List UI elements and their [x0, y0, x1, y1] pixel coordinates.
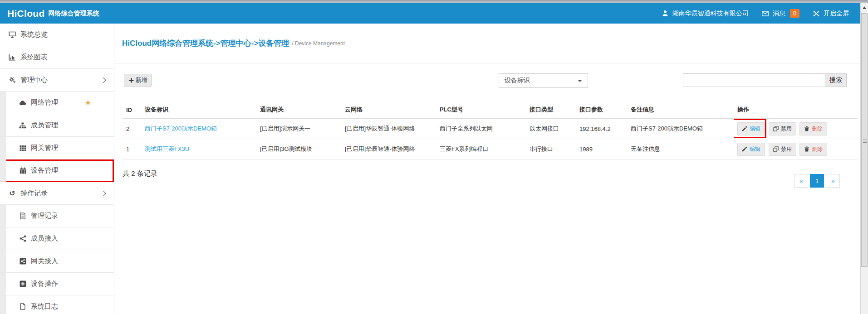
edit-label: 编辑: [750, 145, 760, 153]
chevron-right-icon: [103, 190, 107, 197]
cell-network: [已启用]华辰智通-体验网络: [341, 119, 436, 139]
scrollbar-up-arrow-icon[interactable]: [863, 6, 866, 9]
scrollbar-grip: [863, 140, 867, 144]
sidebar-item-label: 设备管理: [31, 166, 58, 175]
col-header-network: 云网络: [341, 101, 436, 119]
sidebar-item-device-operations[interactable]: 设备操作: [0, 273, 114, 295]
company-menu[interactable]: 湖南华辰智通科技有限公司: [661, 10, 749, 18]
sidebar-item-device-management[interactable]: 设备管理: [0, 159, 114, 182]
filter-field-dropdown[interactable]: 设备标识: [499, 73, 588, 88]
breadcrumb-subtitle: / Device Management: [292, 40, 345, 47]
sidebar-item-label: 系统总览: [20, 30, 48, 39]
cell-actions: 编辑 禁用: [734, 139, 858, 159]
sidebar-item-label: 网络管理: [31, 98, 58, 107]
window-top-edge: [0, 0, 868, 3]
disable-label: 禁用: [781, 145, 792, 153]
calendar-icon: [19, 167, 27, 174]
sidebar-item-network-management[interactable]: 网络管理 ★: [0, 92, 114, 114]
device-link[interactable]: 西门子S7-200演示DEMO箱: [145, 125, 217, 132]
sidebar-item-system-overview[interactable]: 系统总览: [0, 24, 114, 46]
sidebar-item-system-logs[interactable]: 系统日志: [0, 295, 114, 314]
sidebar-item-label: 系统图表: [20, 53, 48, 62]
delete-label: 删除: [812, 145, 823, 153]
add-device-button[interactable]: 新增: [124, 74, 152, 87]
cell-iface-type: 串行接口: [526, 139, 576, 159]
disable-button[interactable]: 禁用: [769, 122, 796, 135]
fullscreen-button[interactable]: 开启全屏: [812, 10, 849, 18]
sidebar-item-management-records[interactable]: 管理记录: [0, 205, 114, 227]
col-header-actions: 操作: [734, 101, 858, 119]
fullscreen-label: 开启全屏: [824, 10, 849, 18]
scrollbar-thumb[interactable]: [861, 13, 868, 267]
cell-iface-type: 以太网接口: [526, 119, 576, 139]
pagination-next-button[interactable]: »: [826, 174, 840, 188]
brand-subtitle: 网络综合管理系统: [49, 10, 99, 18]
col-header-iface-type: 接口类型: [526, 101, 576, 119]
star-icon: ★: [85, 98, 91, 107]
file-icon: [19, 303, 27, 310]
cell-actions: 编辑 禁用: [734, 119, 858, 139]
sidebar-item-gateway-access[interactable]: 网关接入: [0, 250, 114, 273]
trash-icon: [804, 126, 809, 131]
delete-button[interactable]: 删除: [799, 143, 827, 156]
plus-icon: [129, 77, 134, 84]
disable-button[interactable]: 禁用: [769, 143, 796, 156]
table-footer: 共 2 条记录 « 1 »: [114, 159, 868, 188]
cell-plc: 三菱FX系列编程口: [436, 139, 526, 159]
sidebar-item-label: 网关接入: [31, 257, 58, 266]
vertical-scrollbar[interactable]: [860, 3, 868, 314]
disable-label: 禁用: [781, 125, 792, 133]
messages-count-badge: 0: [790, 9, 799, 18]
sidebar-item-label: 管理中心: [20, 76, 48, 84]
sidebar-item-system-charts[interactable]: 系统图表: [0, 46, 114, 69]
clone-icon: [773, 146, 779, 152]
delete-label: 删除: [812, 125, 823, 133]
gears-icon: [8, 77, 16, 84]
plus-square-icon: [19, 280, 27, 288]
table-header-row: ID 设备标识 通讯网关 云网络 PLC型号 接口类型 接口参数 备注信息 操作: [123, 101, 858, 119]
cell-gateway: [已启用]3G测试模块: [256, 139, 341, 159]
device-table: ID 设备标识 通讯网关 云网络 PLC型号 接口类型 接口参数 备注信息 操作…: [123, 101, 858, 159]
caret-down-icon: [578, 80, 582, 82]
chevron-right-icon: [103, 77, 107, 83]
user-icon: [661, 10, 669, 17]
edit-button[interactable]: 编辑: [737, 122, 765, 135]
sidebar-item-member-management[interactable]: 成员管理: [0, 114, 114, 137]
device-link[interactable]: 测试用三菱FX3U: [145, 145, 189, 152]
cell-iface-param: 192.168.4.2: [576, 119, 627, 139]
trash-icon: [804, 146, 809, 152]
search-group: 搜索: [683, 73, 847, 87]
search-button[interactable]: 搜索: [825, 73, 847, 87]
pagination: « 1 »: [792, 174, 840, 188]
sidebar-item-management-center[interactable]: 管理中心: [0, 69, 114, 92]
pagination-prev-button[interactable]: «: [794, 174, 808, 188]
grid-icon: [19, 145, 27, 152]
messages-label: 消息: [773, 10, 785, 18]
cell-id: 2: [123, 119, 141, 139]
table-row: 2 西门子S7-200演示DEMO箱 [已启用]演示网关一 [已启用]华辰智通-…: [123, 119, 858, 139]
sidebar-item-member-access[interactable]: 成员接入: [0, 227, 114, 250]
toolbar: 新增 设备标识 搜索: [114, 73, 868, 88]
filter-field-value: 设备标识: [505, 77, 530, 85]
col-header-device: 设备标识: [141, 101, 256, 119]
pencil-icon: [742, 126, 747, 131]
cell-network: [已启用]华辰智通-体验网络: [341, 139, 436, 159]
brand-logo: HiCloud: [7, 8, 45, 19]
cell-remark: 西门子S7-200演示DEMO箱: [627, 119, 734, 139]
delete-button[interactable]: 删除: [799, 122, 827, 135]
sidebar-item-gateway-management[interactable]: 网关管理: [0, 137, 114, 159]
sitemap-icon: [19, 122, 27, 129]
sidebar-item-operation-records[interactable]: ↺ 操作记录: [0, 182, 114, 205]
cell-plc: 西门子全系列以太网: [436, 119, 526, 139]
pagination-page-1-button[interactable]: 1: [810, 174, 824, 188]
messages-menu[interactable]: 消息 0: [761, 9, 799, 18]
cell-id: 1: [123, 139, 141, 159]
sidebar-item-label: 网关管理: [31, 144, 58, 152]
record-count: 共 2 条记录: [123, 169, 157, 178]
edit-label: 编辑: [750, 125, 760, 133]
col-header-plc: PLC型号: [436, 101, 526, 119]
share-icon: [19, 235, 27, 242]
search-input[interactable]: [683, 73, 825, 87]
col-header-iface-param: 接口参数: [576, 101, 627, 119]
edit-button[interactable]: 编辑: [737, 143, 765, 156]
